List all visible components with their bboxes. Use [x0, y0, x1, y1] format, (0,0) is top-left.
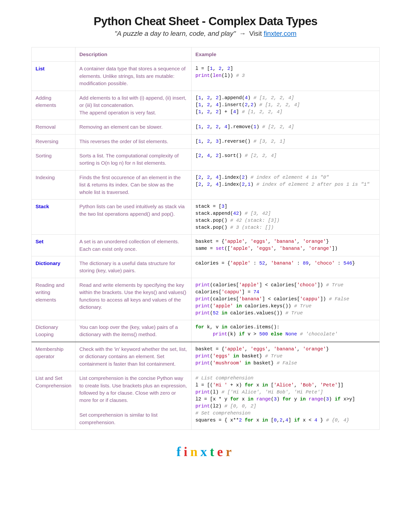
row-name: Set	[32, 235, 75, 256]
logo-letter-i: i	[184, 445, 190, 459]
row-name: Adding elements	[32, 91, 75, 120]
row-name: Stack	[32, 200, 75, 235]
table-row: ReversingThis reverses the order of list…	[32, 134, 380, 149]
col-example-header: Example	[191, 48, 380, 62]
table-row: DictionaryThe dictionary is a useful dat…	[32, 256, 380, 278]
row-example-code: [1, 2, 2, 4].remove(1) # [2, 2, 4]	[191, 120, 380, 134]
row-name: Reversing	[32, 134, 75, 149]
logo-letter-n: n	[190, 445, 200, 459]
cheat-sheet-table: Description Example ListA container data…	[31, 47, 380, 430]
row-description: This reverses the order of list elements…	[75, 134, 191, 149]
table-row: List and Set ComprehensionList comprehen…	[32, 371, 380, 430]
table-row: Adding elementsAdd elements to a list wi…	[32, 91, 380, 120]
page-title: Python Cheat Sheet - Complex Data Types	[31, 15, 380, 28]
logo-letter-f: f	[177, 445, 184, 459]
row-example-code: # List comprehension l = [('Hi ' + x) fo…	[191, 371, 380, 430]
row-description: Finds the first occurence of an element …	[75, 170, 191, 199]
row-example-code: [2, 4, 2].sort() # [2, 2, 4]	[191, 149, 380, 170]
row-name: List	[32, 62, 75, 91]
row-name: Removal	[32, 120, 75, 134]
row-name: Sorting	[32, 149, 75, 170]
col-name-header	[32, 48, 75, 62]
table-row: Dictionary LoopingYou can loop over the …	[32, 320, 380, 342]
footer-logo: finxter	[31, 444, 380, 459]
arrow-icon: →	[239, 30, 246, 37]
row-description: Read and write elements by specifying th…	[75, 278, 191, 320]
row-description: You can loop over the (key, value) pairs…	[75, 320, 191, 342]
row-description: A container data type that stores a sequ…	[75, 62, 191, 91]
row-example-code: l = [1, 2, 2] print(len(l)) # 3	[191, 62, 380, 91]
table-row: RemovalRemoving an element can be slower…	[32, 120, 380, 134]
row-example-code: [1, 2, 3].reverse() # [3, 2, 1]	[191, 134, 380, 149]
page-header: Python Cheat Sheet - Complex Data Types …	[31, 15, 380, 38]
row-example-code: basket = {'apple', 'eggs', 'banana', 'or…	[191, 342, 380, 371]
logo-letter-x: x	[200, 445, 210, 459]
row-example-code: for k, v in calories.items(): print(k) i…	[191, 320, 380, 342]
logo-letter-e: e	[217, 445, 226, 459]
row-example-code: [1, 2, 2].append(4) # [1, 2, 2, 4] [1, 2…	[191, 91, 380, 120]
col-description-header: Description	[75, 48, 191, 62]
tagline-quote: "A puzzle a day to learn, code, and play…	[115, 30, 236, 37]
finxter-link[interactable]: finxter.com	[264, 30, 296, 37]
row-description: List comprehension is the concise Python…	[75, 371, 191, 430]
row-name: Membership operator	[32, 342, 75, 371]
visit-label: Visit	[249, 30, 264, 37]
row-example-code: calories = {'apple' : 52, 'banana' : 89,…	[191, 256, 380, 278]
row-description: Removing an element can be slower.	[75, 120, 191, 134]
logo-letter-t: t	[210, 445, 217, 459]
table-row: StackPython lists can be used intuitivel…	[32, 200, 380, 235]
row-name: List and Set Comprehension	[32, 371, 75, 430]
row-description: Sorts a list. The computational complexi…	[75, 149, 191, 170]
row-description: The dictionary is a useful data structur…	[75, 256, 191, 278]
row-name: Dictionary	[32, 256, 75, 278]
table-row: IndexingFinds the first occurence of an …	[32, 170, 380, 199]
logo-letter-r: r	[226, 445, 234, 459]
table-row: SortingSorts a list. The computational c…	[32, 149, 380, 170]
page-subtitle: "A puzzle a day to learn, code, and play…	[31, 30, 380, 38]
row-name: Indexing	[32, 170, 75, 199]
row-description: Check with the 'in' keyword whether the …	[75, 342, 191, 371]
table-row: ListA container data type that stores a …	[32, 62, 380, 91]
row-name: Reading and writing elements	[32, 278, 75, 320]
row-description: A set is an unordered collection of elem…	[75, 235, 191, 256]
row-example-code: [2, 2, 4].index(2) # index of element 4 …	[191, 170, 380, 199]
row-example-code: basket = {'apple', 'eggs', 'banana', 'or…	[191, 235, 380, 256]
table-row: Reading and writing elementsRead and wri…	[32, 278, 380, 320]
row-example-code: print(calories['apple'] < calories['choc…	[191, 278, 380, 320]
row-description: Python lists can be used intuitively as …	[75, 200, 191, 235]
row-description: Add elements to a list with (i) append, …	[75, 91, 191, 120]
row-example-code: stack = [3] stack.append(42) # [3, 42] s…	[191, 200, 380, 235]
row-name: Dictionary Looping	[32, 320, 75, 342]
table-row: Membership operatorCheck with the 'in' k…	[32, 342, 380, 371]
table-row: SetA set is an unordered collection of e…	[32, 235, 380, 256]
